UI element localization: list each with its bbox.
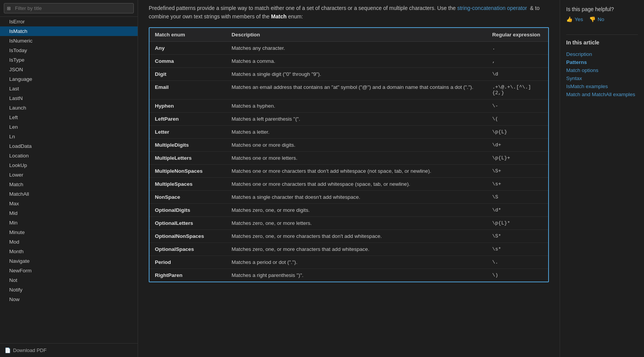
enum-cell: OptionalDigits <box>150 203 226 216</box>
desc-cell: Matches one or more letters. <box>226 151 487 164</box>
sidebar-item-min[interactable]: Min <box>0 218 138 228</box>
match-enum-table: Match enum Description Regular expressio… <box>150 28 548 282</box>
enum-cell: NonSpace <box>150 190 226 203</box>
main-content: Predefined patterns provide a simple way… <box>138 0 560 357</box>
toc-title: In this article <box>566 39 638 46</box>
sidebar-item-iserror[interactable]: IsError <box>0 17 138 26</box>
col-header-enum: Match enum <box>150 28 226 42</box>
enum-cell: Letter <box>150 125 226 138</box>
sidebar-item-json[interactable]: JSON <box>0 65 138 74</box>
helpful-buttons: 👍 Yes 👎 No <box>566 16 638 22</box>
sidebar-item-mid[interactable]: Mid <box>0 208 138 218</box>
desc-cell: Matches a period or dot ("."). <box>226 255 487 269</box>
string-concat-link[interactable]: string-concatenation operator <box>457 5 527 11</box>
sidebar-item-lower[interactable]: Lower <box>0 170 138 180</box>
regex-cell: \S <box>487 190 548 203</box>
enum-cell: MultipleLetters <box>150 151 226 164</box>
intro-paragraph: Predefined patterns provide a simple way… <box>149 0 549 21</box>
toc-divider <box>566 34 638 35</box>
table-row: NonSpaceMatches a single character that … <box>150 190 548 203</box>
desc-cell: Matches a comma. <box>226 54 487 67</box>
no-label: No <box>598 16 604 22</box>
desc-cell: Matches any character. <box>226 41 487 54</box>
sidebar-item-loaddata[interactable]: LoadData <box>0 141 138 151</box>
sidebar-item-len[interactable]: Len <box>0 122 138 132</box>
enum-cell: LeftParen <box>150 112 226 125</box>
sidebar-item-minute[interactable]: Minute <box>0 228 138 237</box>
desc-cell: Matches zero, one, or more characters th… <box>226 229 487 242</box>
sidebar-item-istype[interactable]: IsType <box>0 55 138 65</box>
desc-cell: Matches a right parenthesis ")". <box>226 269 487 282</box>
col-header-desc: Description <box>226 28 487 42</box>
desc-cell: Matches a single character that doesn't … <box>226 190 487 203</box>
thumbs-down-icon: 👎 <box>589 16 596 22</box>
regex-cell: . <box>487 41 548 54</box>
sidebar-item-istoday[interactable]: IsToday <box>0 46 138 55</box>
yes-label: Yes <box>575 16 583 22</box>
table-row: DigitMatches a single digit ("0" through… <box>150 67 548 80</box>
sidebar-item-ln[interactable]: Ln <box>0 132 138 141</box>
desc-cell: Matches zero, one, or more characters th… <box>226 242 487 255</box>
sidebar-item-isnumeric[interactable]: IsNumeric <box>0 36 138 46</box>
filter-icon: ⊞ <box>7 6 11 11</box>
toc-item-ismatch-examples[interactable]: IsMatch examples <box>566 82 638 90</box>
sidebar: ⊞ IsErrorIsMatchIsNumericIsTodayIsTypeJS… <box>0 0 138 357</box>
sidebar-item-ismatch[interactable]: IsMatch <box>0 26 138 36</box>
sidebar-item-newform[interactable]: NewForm <box>0 266 138 275</box>
toc-item-patterns[interactable]: Patterns <box>566 58 638 66</box>
sidebar-item-not[interactable]: Not <box>0 275 138 285</box>
sidebar-item-max[interactable]: Max <box>0 199 138 208</box>
toc-item-match-and-matchall-examples[interactable]: Match and MatchAll examples <box>566 90 638 98</box>
enum-cell: OptionalLetters <box>150 216 226 229</box>
enum-cell: MultipleSpaces <box>150 177 226 190</box>
sidebar-item-launch[interactable]: Launch <box>0 103 138 113</box>
sidebar-item-language[interactable]: Language <box>0 74 138 84</box>
table-row: MultipleSpacesMatches one or more charac… <box>150 177 548 190</box>
sidebar-item-match[interactable]: Match <box>0 180 138 189</box>
toc-item-syntax[interactable]: Syntax <box>566 74 638 82</box>
table-row: MultipleLettersMatches one or more lette… <box>150 151 548 164</box>
table-row: MultipleDigitsMatches one or more digits… <box>150 138 548 151</box>
table-header-row: Match enum Description Regular expressio… <box>150 28 548 42</box>
sidebar-item-last[interactable]: Last <box>0 84 138 93</box>
toc-item-match-options[interactable]: Match options <box>566 66 638 74</box>
toc-item-description[interactable]: Description <box>566 50 638 58</box>
sidebar-item-left[interactable]: Left <box>0 113 138 122</box>
desc-cell: Matches a hyphen. <box>226 99 487 112</box>
yes-button[interactable]: 👍 Yes <box>566 16 583 22</box>
table-row: RightParenMatches a right parenthesis ")… <box>150 269 548 282</box>
sidebar-item-mod[interactable]: Mod <box>0 237 138 247</box>
no-button[interactable]: 👎 No <box>589 16 604 22</box>
sidebar-item-month[interactable]: Month <box>0 247 138 256</box>
sidebar-item-lastn[interactable]: LastN <box>0 93 138 103</box>
table-row: EmailMatches an email address that conta… <box>150 80 548 99</box>
download-pdf-label: Download PDF <box>13 347 46 353</box>
sidebar-item-now[interactable]: Now <box>0 295 138 304</box>
enum-cell: OptionalNonSpaces <box>150 229 226 242</box>
desc-cell: Matches zero, one, or more digits. <box>226 203 487 216</box>
sidebar-item-notify[interactable]: Notify <box>0 285 138 295</box>
sidebar-item-location[interactable]: Location <box>0 151 138 160</box>
enum-cell: Period <box>150 255 226 269</box>
desc-cell: Matches a left parenthesis "(". <box>226 112 487 125</box>
sidebar-item-matchall[interactable]: MatchAll <box>0 189 138 199</box>
table-row: CommaMatches a comma., <box>150 54 548 67</box>
regex-cell: \- <box>487 99 548 112</box>
table-row: OptionalSpacesMatches zero, one, or more… <box>150 242 548 255</box>
download-pdf-button[interactable]: 📄 Download PDF <box>0 343 138 357</box>
desc-cell: Matches zero, one, or more letters. <box>226 216 487 229</box>
enum-cell: Comma <box>150 54 226 67</box>
regex-cell: \s* <box>487 242 548 255</box>
regex-cell: \S+ <box>487 164 548 177</box>
desc-cell: Matches one or more characters that add … <box>226 177 487 190</box>
sidebar-item-navigate[interactable]: Navigate <box>0 256 138 266</box>
regex-cell: \p{L} <box>487 125 548 138</box>
sidebar-item-lookup[interactable]: LookUp <box>0 160 138 170</box>
regex-cell: \s+ <box>487 177 548 190</box>
sidebar-filter-section: ⊞ <box>0 0 138 17</box>
toc-list: DescriptionPatternsMatch optionsSyntaxIs… <box>566 50 638 98</box>
table-row: HyphenMatches a hyphen.\- <box>150 99 548 112</box>
regex-cell: \d* <box>487 203 548 216</box>
filter-input[interactable] <box>4 3 134 13</box>
desc-cell: Matches an email address that contains a… <box>226 80 487 99</box>
